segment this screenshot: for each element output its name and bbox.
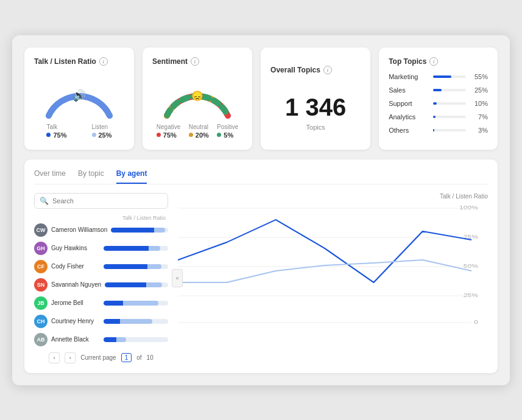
topic-name: Support: [389, 100, 428, 107]
topic-row: Marketing 55%: [389, 73, 488, 80]
topic-pct: 3%: [471, 127, 488, 134]
topics-number: 1 346: [285, 94, 346, 121]
agent-avatar: GH: [34, 242, 48, 255]
search-box: 🔍: [34, 193, 168, 209]
topic-name: Marketing: [389, 73, 428, 80]
agent-bar-dark: [111, 228, 153, 233]
search-input[interactable]: [52, 197, 163, 205]
agent-rows: CW Cameron Williamson GH Guy Hawkins CF …: [34, 223, 168, 346]
top-topics-list: Marketing 55% Sales 25% Support 10% Anal…: [389, 73, 488, 134]
bottom-content: 🔍 Talk / Listen Ratio CW Cameron William…: [34, 193, 488, 363]
tab-over-time[interactable]: Over time: [34, 169, 66, 184]
agent-name: Courtney Henry: [51, 318, 100, 324]
topic-row: Analytics 7%: [389, 113, 488, 121]
agent-bar-dark: [104, 264, 147, 269]
agent-bar-dark: [104, 301, 123, 306]
agent-bar-light: [154, 228, 166, 233]
agent-name: Annette Black: [51, 336, 100, 343]
talk-listen-card: Talk / Listen Ratio i 🔊 Talk: [24, 47, 134, 150]
chart-area: Talk / Listen Ratio « 100% 75% 50% 25% 0: [178, 193, 488, 363]
overall-topics-card: Overall Topics i 1 346 Topics: [261, 47, 370, 150]
sentiment-gauge: 😞: [152, 73, 242, 119]
agent-list-header: Talk / Listen Ratio: [34, 215, 168, 221]
overall-topics-title: Overall Topics i: [270, 66, 361, 74]
topic-name: Others: [389, 127, 428, 134]
agent-list: 🔍 Talk / Listen Ratio CW Cameron William…: [34, 193, 168, 363]
agent-bar: [104, 264, 168, 269]
agent-bar: [104, 319, 168, 324]
dashboard: Talk / Listen Ratio i 🔊 Talk: [12, 35, 510, 385]
topic-bar-container: [433, 89, 466, 91]
topic-pct: 25%: [471, 86, 488, 94]
agent-bar: [104, 246, 168, 251]
agent-name: Jerome Bell: [51, 299, 100, 306]
negative-dot: [157, 133, 161, 137]
agent-avatar: AB: [34, 333, 48, 346]
topic-pct: 7%: [471, 113, 488, 121]
agent-bar: [111, 228, 168, 233]
agent-bar: [104, 337, 168, 342]
agent-avatar: CW: [34, 223, 48, 237]
sentiment-card: Sentiment i 😞 Negative: [143, 47, 252, 150]
listen-dot: [92, 133, 96, 137]
agent-row: AB Annette Black: [34, 333, 168, 346]
topic-name: Sales: [389, 86, 428, 94]
negative-legend: Negative 75%: [157, 124, 180, 139]
agent-bar-dark: [104, 337, 116, 342]
agent-bar-dark: [105, 282, 146, 287]
positive-legend: Positive 5%: [217, 124, 238, 139]
topic-bar-container: [433, 129, 466, 131]
agent-bar-light: [116, 337, 126, 342]
top-cards: Talk / Listen Ratio i 🔊 Talk: [24, 47, 498, 150]
topic-pct: 10%: [471, 100, 488, 107]
sentiment-legend: Negative 75% Neutral 20% Positive: [152, 124, 242, 139]
chart-collapse-button[interactable]: «: [172, 269, 183, 287]
agent-avatar: CH: [34, 315, 48, 328]
chart-title: Talk / Listen Ratio: [178, 193, 488, 200]
topic-bar: [433, 89, 441, 91]
sad-face-icon: 😞: [191, 90, 203, 102]
agent-name: Guy Hawkins: [51, 245, 100, 251]
agent-row: CF Cody Fisher: [34, 260, 168, 273]
agent-bar-light: [123, 301, 158, 306]
talk-listen-title: Talk / Listen Ratio i: [34, 57, 124, 66]
speaker-icon: 🔊: [72, 89, 86, 102]
agent-row: GH Guy Hawkins: [34, 242, 168, 255]
pagination-label: Current page: [80, 354, 116, 361]
overall-topics-info-icon: i: [323, 66, 332, 74]
talk-listen-legend: Talk 75% Listen 25%: [34, 124, 124, 139]
next-page-button[interactable]: ›: [65, 352, 76, 363]
talk-listen-info-icon: i: [99, 57, 108, 66]
topic-pct: 55%: [471, 73, 488, 80]
top-topics-info-icon: i: [429, 57, 438, 66]
search-icon: 🔍: [40, 197, 49, 205]
agent-avatar: JB: [34, 296, 48, 310]
agent-bar-dark: [104, 246, 149, 251]
agent-bar-light: [120, 319, 152, 324]
svg-text:25%: 25%: [464, 292, 479, 298]
agent-name: Savannah Nguyen: [51, 281, 101, 288]
topic-bar: [433, 102, 436, 105]
tab-by-topic[interactable]: By topic: [78, 169, 104, 184]
topic-row: Others 3%: [389, 127, 488, 134]
total-pages: 10: [147, 354, 153, 361]
top-topics-card: Top Topics i Marketing 55% Sales 25% Sup…: [379, 47, 498, 150]
svg-text:100%: 100%: [459, 204, 478, 210]
topic-row: Sales 25%: [389, 86, 488, 94]
agent-bar-light: [146, 282, 162, 287]
tab-by-agent[interactable]: By agent: [116, 169, 147, 184]
agent-avatar: SN: [34, 278, 48, 292]
top-topics-title: Top Topics i: [389, 57, 488, 66]
topic-name: Analytics: [389, 113, 428, 121]
bottom-card: Over time By topic By agent 🔍 Talk / Lis…: [24, 159, 498, 373]
agent-row: SN Savannah Nguyen: [34, 278, 168, 292]
prev-page-button[interactable]: ‹: [49, 352, 60, 363]
neutral-legend: Neutral 20%: [189, 124, 209, 139]
agent-row: CH Courtney Henry: [34, 315, 168, 328]
agent-bar: [104, 301, 168, 306]
topic-bar-container: [433, 75, 466, 78]
sentiment-info-icon: i: [191, 57, 199, 66]
topic-row: Support 10%: [389, 100, 488, 107]
pagination-of: of: [136, 354, 141, 361]
topic-bar-container: [433, 102, 466, 105]
